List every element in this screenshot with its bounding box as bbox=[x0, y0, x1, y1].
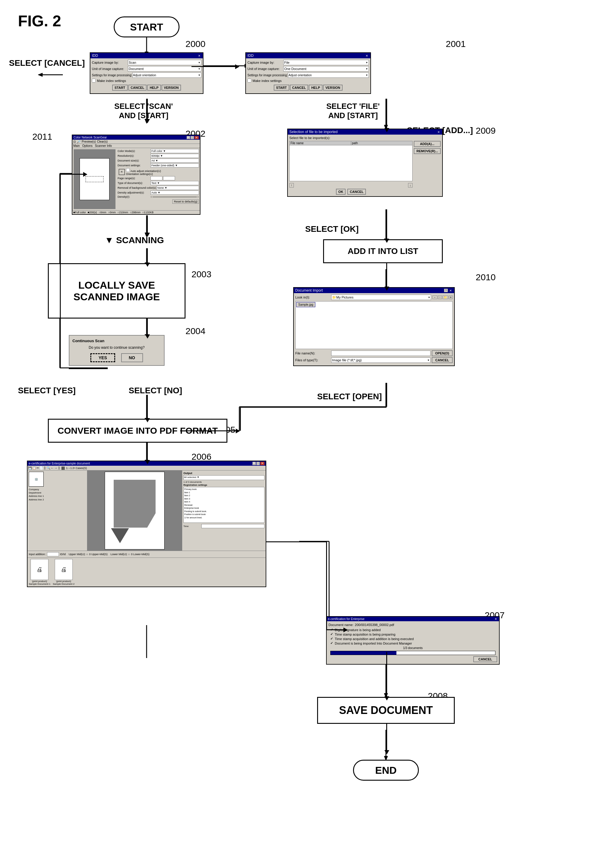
doc-import-up-btn[interactable]: ↑ bbox=[438, 295, 442, 299]
file-select-cancel-btn[interactable]: CANCEL bbox=[347, 189, 366, 195]
scanner-input-pagerange2[interactable] bbox=[163, 176, 175, 181]
ref-2004: 2004 bbox=[185, 326, 206, 336]
scanner-select-density[interactable]: Auto ▼ bbox=[151, 190, 199, 195]
file-select-nav-down[interactable]: ↓ bbox=[408, 183, 413, 188]
scanner-select-res[interactable]: 600dpi ▼ bbox=[151, 154, 199, 158]
doc-import-filetype-select[interactable]: Image file (*.tif;*.jpg) bbox=[331, 358, 431, 363]
scanner-reset-btn[interactable]: Reset to defaults(g) bbox=[172, 199, 199, 204]
doc-import-lookin-select[interactable]: 📁 My Pictures bbox=[331, 295, 431, 300]
scanner-max-btn[interactable]: □ bbox=[190, 136, 194, 139]
file-select-list[interactable] bbox=[289, 145, 413, 181]
scanner-menu-info[interactable]: Scanner Info bbox=[95, 144, 112, 148]
arrow-fileselect-to-add bbox=[386, 209, 387, 239]
scanner-density-slider[interactable]: ○○ bbox=[151, 195, 199, 198]
doc-import-help[interactable]: ? bbox=[444, 289, 448, 292]
ecert-toolbar-icon-6[interactable]: ← bbox=[51, 466, 54, 469]
dialog-2000-close[interactable]: ✕ bbox=[197, 54, 201, 57]
scanner-select-bgremoval[interactable]: None ▼ bbox=[157, 186, 199, 190]
doc-import-cancel-btn[interactable]: CANCEL bbox=[432, 357, 453, 363]
scanner-body: Color Mode(s): Full color ▼ Resolution(s… bbox=[72, 148, 200, 210]
scanner-input-pagerange[interactable] bbox=[151, 176, 162, 181]
doc-import-view-btn[interactable]: ≡ bbox=[449, 295, 453, 299]
dialog-2000-btn-help[interactable]: HELP bbox=[147, 85, 161, 91]
file-select-add-btn[interactable]: ADD(A)... bbox=[414, 141, 441, 147]
doc-import-file-item[interactable]: Sample.jpg bbox=[296, 302, 315, 307]
dialog-2000-buttons: START CANCEL HELP VERSION bbox=[92, 83, 201, 92]
ecert-output-select[interactable]: All selected ▼ bbox=[183, 475, 264, 480]
scanner-menu-options[interactable]: Options bbox=[82, 144, 93, 148]
ecert-input-add-field[interactable] bbox=[47, 552, 59, 556]
file-select-ok-cancel: OK CANCEL bbox=[289, 189, 413, 195]
ecert-thumb-2-img[interactable]: 🖨 bbox=[55, 559, 73, 580]
ecert-toolbar-icon-2[interactable]: 📋 bbox=[32, 466, 36, 469]
scanner-status-w: ○0mm bbox=[99, 211, 106, 214]
scanner-btn-clear[interactable]: Clear(s) bbox=[97, 140, 108, 143]
ecert-2006-max[interactable]: □ bbox=[256, 462, 260, 465]
scanner-menu-main[interactable]: Main bbox=[73, 144, 80, 148]
doc-import-close[interactable]: ✕ bbox=[448, 289, 453, 292]
dialog-2000-select-unit[interactable]: Document bbox=[128, 66, 201, 72]
add-to-list-box: ADD IT INTO LIST bbox=[323, 239, 443, 263]
continuous-scan-no-btn[interactable]: NO bbox=[121, 353, 143, 362]
continuous-scan-yes-btn[interactable]: YES bbox=[90, 353, 115, 362]
dialog-2001-checkbox[interactable] bbox=[247, 78, 251, 83]
ecert-2006-close[interactable]: ✕ bbox=[260, 462, 264, 465]
arrow-2000-to-scan bbox=[147, 99, 148, 119]
scanner-select-docsettings[interactable]: Feeder (one-sided) ▼ bbox=[151, 163, 199, 168]
doc-import-open-btn[interactable]: OPEN(O) bbox=[432, 350, 453, 356]
file-select-label: Select file to be imported(s): bbox=[289, 136, 441, 140]
doc-import-back-btn[interactable]: ← bbox=[432, 295, 437, 299]
ecert-2007-close[interactable]: ✕ bbox=[493, 617, 498, 621]
scanner-btn-preview[interactable]: Preview(s) bbox=[82, 140, 96, 143]
dialog-2000-checkbox[interactable] bbox=[92, 78, 96, 83]
file-select-ok-btn[interactable]: OK bbox=[336, 189, 346, 195]
ref-2011: 2011 bbox=[32, 132, 52, 142]
ecert-2007-progress-label: 1/3 documents bbox=[328, 646, 497, 650]
ecert-toolbar-icon-5[interactable]: 🔍 bbox=[47, 466, 50, 469]
dialog-2001-btn-version[interactable]: VERSION bbox=[323, 85, 343, 91]
dialog-2001-select-capture[interactable]: File bbox=[283, 60, 369, 65]
ecert-thumb-2-name: Sample Document 2 bbox=[53, 582, 74, 586]
ecert-toolbar-icon-7[interactable]: → bbox=[55, 466, 57, 469]
dialog-2000-btn-start[interactable]: START bbox=[112, 85, 128, 91]
dialog-2001-btn-help[interactable]: HELP bbox=[309, 85, 322, 91]
ecert-thumb-2: 🖨 (print product) Sample Document 2 bbox=[53, 559, 74, 586]
arrow-import-down bbox=[386, 383, 387, 407]
file-select-nav-up[interactable]: ↑ bbox=[289, 183, 294, 188]
doc-import-filename-input[interactable] bbox=[331, 350, 431, 356]
doc-import-lookin-row: Look in(I): 📁 My Pictures ← ↑ 📁 ≡ bbox=[295, 295, 453, 300]
dialog-2000-btn-version[interactable]: VERSION bbox=[162, 85, 181, 91]
file-select-right-btns: ADD(A)... REMOVE(R)... bbox=[414, 141, 441, 195]
dialog-2000-select-settings[interactable]: Adjust orientation bbox=[132, 72, 201, 78]
file-select-close[interactable]: ✕ bbox=[437, 130, 441, 134]
arrow-locally-to-continuous bbox=[147, 319, 148, 335]
scanner-auto-orient: Auto adjust orientation(U) bbox=[126, 168, 161, 173]
ecert-toolbar-pages: ▐ ▌ 1→1 bbox=[61, 466, 72, 469]
dialog-2001-btn-start[interactable]: START bbox=[274, 85, 289, 91]
ecert-toolbar-icon-1[interactable]: 💾 bbox=[28, 466, 32, 469]
dialog-2001-select-settings[interactable]: Adjust orientation bbox=[288, 72, 369, 78]
dialog-2001-close[interactable]: ✕ bbox=[365, 54, 369, 57]
ecert-2006-min[interactable]: _ bbox=[253, 462, 256, 465]
scanner-select-docsize[interactable]: A4 ▼ bbox=[151, 159, 199, 163]
ecert-toolbar-icon-3[interactable]: ✂ bbox=[36, 466, 39, 469]
scanner-orient-row: R Auto adjust orientation(U) Orientation… bbox=[119, 168, 199, 176]
doc-import-new-btn[interactable]: 📁 bbox=[443, 295, 448, 299]
ecert-reg-list: Primary book Item 1 Item 2 Item 3 Item 4… bbox=[183, 487, 264, 523]
ecert-doc-triangle bbox=[111, 528, 129, 543]
label-select-file-start: SELECT 'FILE'AND [START] bbox=[290, 102, 416, 120]
dialog-2001-select-unit[interactable]: One Document bbox=[283, 66, 369, 72]
dialog-2000: IDD ✕ Capture image by: Scan Unit of ima… bbox=[90, 52, 203, 94]
dialog-2000-btn-cancel[interactable]: CANCEL bbox=[128, 85, 147, 91]
ecert-toolbar-icon-4[interactable]: 📄 bbox=[39, 466, 43, 469]
file-select-remove-btn[interactable]: REMOVE(R)... bbox=[414, 148, 441, 154]
scanner-select-color[interactable]: Full color ▼ bbox=[151, 149, 199, 153]
scanner-min-btn[interactable]: _ bbox=[187, 136, 190, 139]
scanner-close-btn[interactable]: ✕ bbox=[195, 136, 199, 139]
dialog-2001-btn-cancel[interactable]: CANCEL bbox=[290, 85, 308, 91]
scanner-select-doctype[interactable]: Text ▼ bbox=[151, 181, 199, 185]
dialog-2000-select-capture[interactable]: Scan bbox=[128, 60, 201, 65]
ecert-time-input[interactable] bbox=[201, 524, 264, 528]
ecert-thumb-1-img[interactable]: 🖨 bbox=[30, 559, 49, 580]
ecert-2007-cancel-btn[interactable]: CANCEL bbox=[473, 656, 497, 662]
